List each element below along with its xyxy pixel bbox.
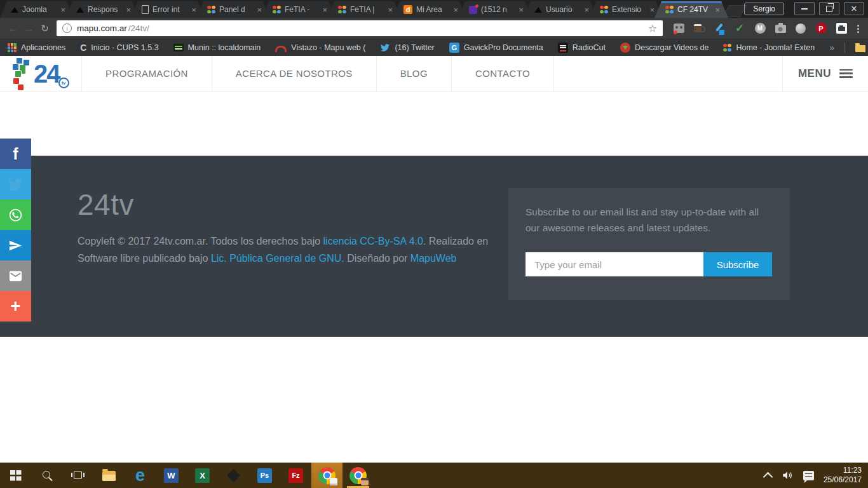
bookmark-star-icon[interactable] — [648, 22, 657, 34]
folder-icon — [855, 45, 865, 52]
bookmark-item[interactable]: RadioCut — [558, 43, 606, 53]
explorer-icon — [102, 471, 116, 481]
tab-close-icon[interactable]: × — [453, 6, 458, 14]
bookmark-item[interactable]: Descargar Videos de — [620, 43, 709, 53]
browser-tab[interactable]: (1512 n× — [458, 1, 532, 18]
browser-tab[interactable]: CF 24TV× — [654, 1, 728, 18]
bookmark-label: RadioCut — [573, 43, 606, 52]
site-logo[interactable]: 24tv — [0, 56, 81, 91]
menu-button[interactable]: MENU — [782, 56, 868, 91]
bookmarks-overflow-chevron[interactable]: » — [829, 43, 834, 53]
nav-item-blog[interactable]: BLOG — [376, 56, 451, 91]
tab-close-icon[interactable]: × — [388, 6, 393, 14]
tab-close-icon[interactable]: × — [257, 6, 262, 14]
taskbar-word-button[interactable]: W — [156, 463, 187, 488]
bookmark-item[interactable]: Vistazo - Mapu web ( — [275, 43, 365, 52]
forward-button[interactable] — [21, 24, 37, 34]
browser-tab[interactable]: Respons× — [65, 1, 139, 18]
whatsapp-share-button[interactable] — [0, 200, 31, 230]
taskbar-inkscape-button[interactable] — [218, 463, 249, 488]
taskbar-explorer-button[interactable] — [93, 463, 125, 488]
browser-tab[interactable]: Error int× — [131, 1, 205, 18]
address-bar[interactable]: mapu.com.ar/24tv/ — [57, 20, 663, 36]
windows-taskbar: eWXPsFz 11:23 25/06/2017 — [0, 463, 868, 488]
email-share-button[interactable] — [0, 261, 31, 291]
subscribe-button[interactable]: Subscribe — [703, 252, 772, 276]
files-extension-button[interactable] — [835, 22, 848, 35]
taskbar-taskview-button[interactable] — [62, 463, 93, 488]
minimize-button[interactable] — [794, 2, 815, 15]
tab-close-icon[interactable]: × — [649, 6, 654, 14]
browser-tab[interactable]: Usuario× — [524, 1, 597, 18]
bookmark-item[interactable]: Home - Joomla! Exten — [723, 43, 815, 52]
share-plus-share-button[interactable]: + — [0, 291, 31, 322]
footer-link[interactable]: MapuWeb — [410, 253, 457, 264]
profile-button[interactable]: Sergio — [744, 3, 784, 15]
browser-tab[interactable]: Extensio× — [589, 1, 663, 18]
other-bookmarks-button[interactable]: Otros marcadores — [855, 43, 868, 52]
recorder-extension-button[interactable] — [672, 22, 685, 35]
footer-link[interactable]: Lic. Pública General de GNU. — [211, 253, 344, 264]
browser-tab[interactable]: FeTIA -× — [262, 1, 336, 18]
taskbar-search-button[interactable] — [31, 463, 62, 488]
taskbar-start-button[interactable] — [0, 463, 31, 488]
tab-close-icon[interactable]: × — [126, 6, 131, 14]
bookmark-item[interactable]: GGavickPro Documenta — [449, 43, 543, 53]
m-circle-extension-button[interactable]: M — [754, 22, 766, 35]
bookmark-item[interactable]: CInicio - CUPS 1.5.3 — [80, 43, 158, 53]
volume-icon[interactable] — [781, 470, 794, 481]
colorpicker-extension-button[interactable] — [713, 22, 726, 35]
joomla-icon — [338, 6, 346, 14]
taskbar-filezilla-button[interactable]: Fz — [280, 463, 311, 488]
back-button[interactable] — [5, 24, 21, 34]
minimize-icon — [801, 8, 808, 10]
taskbar-photoshop-button[interactable]: Ps — [249, 463, 280, 488]
tab-close-icon[interactable]: × — [519, 6, 524, 14]
nav-item-contacto[interactable]: CONTACTO — [451, 56, 554, 91]
tab-title: FeTIA - — [285, 5, 318, 14]
pinterest-extension-button[interactable]: P — [815, 22, 827, 35]
bookmark-item[interactable]: Aplicaciones — [8, 43, 65, 52]
bookmark-item[interactable]: (16) Twitter — [380, 43, 434, 52]
reload-button[interactable] — [37, 24, 53, 34]
action-center-icon[interactable] — [803, 471, 814, 480]
tab-close-icon[interactable]: × — [584, 6, 589, 14]
browser-tab[interactable]: Joomla× — [0, 1, 74, 18]
footer-link[interactable]: licencia CC-By-SA 4.0 — [323, 236, 423, 247]
tab-close-icon[interactable]: × — [322, 6, 327, 14]
nav-item-programaci-n[interactable]: PROGRAMACIÓN — [81, 56, 212, 91]
taskbar-clock[interactable]: 11:23 25/06/2017 — [824, 466, 862, 485]
joomla-icon — [723, 44, 731, 52]
sphere-extension-button[interactable] — [794, 22, 807, 35]
taskbar-excel-button[interactable]: X — [187, 463, 218, 488]
tab-title: (1512 n — [481, 5, 515, 14]
facebook-share-button[interactable]: f — [0, 139, 31, 169]
nav-item-acerca-de-nosotros[interactable]: ACERCA DE NOSOTROS — [212, 56, 376, 91]
tab-close-icon[interactable]: × — [60, 6, 65, 14]
joomla-icon — [207, 6, 215, 14]
tab-close-icon[interactable]: × — [191, 6, 196, 14]
twitter-share-button[interactable] — [0, 169, 31, 200]
check-extension-button[interactable]: ✓ — [733, 22, 746, 35]
camera-extension-button[interactable] — [774, 22, 787, 35]
restore-button[interactable] — [819, 2, 839, 15]
browser-tab[interactable]: Panel d× — [196, 1, 270, 18]
check-icon: ✓ — [735, 22, 744, 35]
browser-tab[interactable]: dMi Area× — [393, 1, 466, 18]
tray-chevron-icon[interactable] — [763, 471, 773, 482]
taskbar-edge-button[interactable]: e — [125, 463, 156, 488]
tab-close-icon[interactable]: × — [715, 6, 720, 14]
social-share-bar: f+ — [0, 139, 31, 322]
taskbar-chrome-profile-button[interactable] — [342, 463, 374, 488]
page-info-icon[interactable] — [62, 24, 72, 33]
bookmark-item[interactable]: Munin :: localdomain — [173, 43, 261, 52]
tab-title: Usuario — [546, 5, 580, 14]
taskbar-chrome-active-button[interactable] — [311, 463, 342, 488]
url-path: /24tv/ — [128, 24, 149, 33]
browser-tab[interactable]: FeTIA |× — [327, 1, 401, 18]
browser-menu-icon[interactable] — [853, 22, 863, 35]
email-input[interactable] — [526, 252, 703, 276]
mug-extension-button[interactable] — [693, 22, 705, 35]
telegram-share-button[interactable] — [0, 230, 31, 261]
close-button[interactable] — [844, 2, 864, 15]
